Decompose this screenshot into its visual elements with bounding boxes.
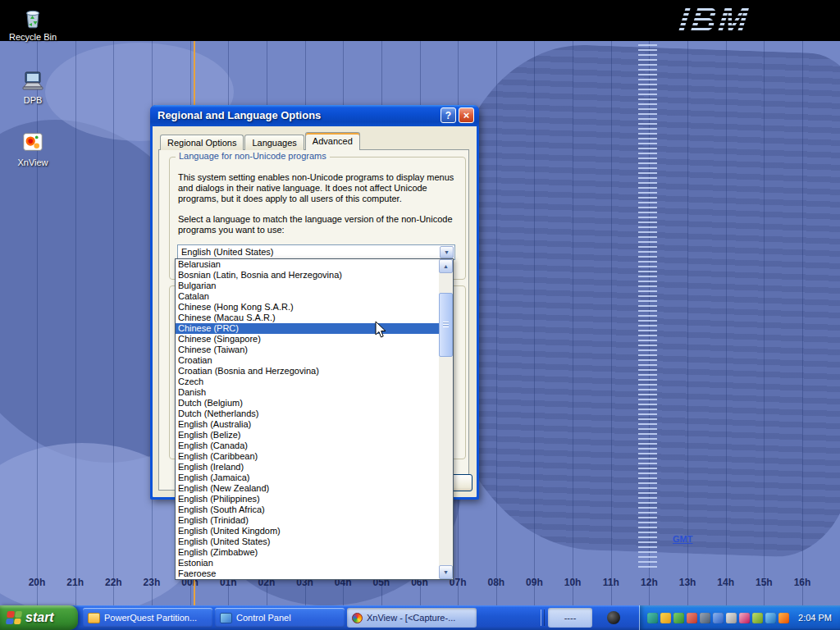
laptop-icon bbox=[19, 67, 47, 94]
tray-icon-11[interactable] bbox=[778, 613, 789, 623]
language-option[interactable]: English (Jamaica) bbox=[176, 472, 439, 483]
language-option[interactable]: English (Zimbabwe) bbox=[176, 547, 439, 558]
gmt-label: GMT bbox=[673, 534, 692, 544]
tray-icon-7[interactable] bbox=[726, 613, 737, 623]
hour-gridline bbox=[611, 41, 612, 605]
taskbar-buttons: PowerQuest Partition...Control PanelXnVi… bbox=[83, 608, 477, 628]
language-option[interactable]: English (South Africa) bbox=[176, 504, 439, 515]
taskbar-button[interactable]: XnView - [<Capture-... bbox=[347, 608, 477, 628]
tab-strip: Regional Options Languages Advanced bbox=[160, 132, 361, 150]
language-option[interactable]: English (Canada) bbox=[176, 441, 439, 451]
start-button[interactable]: start bbox=[0, 605, 78, 630]
language-option[interactable]: Catalan bbox=[176, 291, 439, 302]
xnview-icon bbox=[352, 613, 363, 623]
close-button[interactable]: × bbox=[459, 107, 474, 123]
taskbar-button-label: PowerQuest Partition... bbox=[104, 613, 197, 623]
dialog-titlebar[interactable]: Regional and Language Options ? × bbox=[150, 105, 479, 126]
group-title: Language for non-Unicode programs bbox=[176, 151, 330, 161]
language-option[interactable]: Danish bbox=[176, 387, 439, 398]
language-option[interactable]: English (Caribbean) bbox=[176, 451, 439, 462]
tab-regional-options[interactable]: Regional Options bbox=[160, 135, 244, 150]
language-option[interactable]: English (Ireland) bbox=[176, 462, 439, 472]
language-option[interactable]: Dutch (Netherlands) bbox=[176, 409, 439, 419]
language-option[interactable]: English (Philippines) bbox=[176, 494, 439, 504]
taskbar-misc-button[interactable]: ---- bbox=[548, 608, 592, 628]
language-option[interactable]: English (Trinidad) bbox=[176, 515, 439, 526]
tray-icon-1[interactable] bbox=[647, 613, 658, 623]
language-option[interactable]: Bosnian (Latin, Bosnia and Herzegovina) bbox=[176, 270, 439, 281]
language-option[interactable]: Czech bbox=[176, 377, 439, 387]
hour-label: 15h bbox=[746, 577, 781, 588]
start-button-label: start bbox=[25, 610, 54, 625]
taskbar-clock[interactable]: 2:04 PM bbox=[798, 613, 832, 623]
toolbar-grip[interactable] bbox=[541, 609, 545, 626]
tab-advanced[interactable]: Advanced bbox=[305, 132, 360, 150]
hour-label: 11h bbox=[594, 577, 628, 588]
language-option[interactable]: Chinese (Hong Kong S.A.R.) bbox=[176, 302, 439, 313]
hour-gridline bbox=[496, 41, 497, 605]
taskbar-button[interactable]: Control Panel bbox=[215, 608, 345, 628]
tray-icon-10[interactable] bbox=[765, 613, 776, 623]
cpanel-icon bbox=[220, 613, 232, 623]
desktop-icon-recycle-bin[interactable]: Recycle Bin bbox=[2, 4, 63, 42]
chevron-down-icon: ▼ bbox=[441, 247, 453, 258]
language-option[interactable]: Estonian bbox=[176, 558, 439, 568]
scroll-down-button[interactable]: ▼ bbox=[439, 565, 453, 579]
language-option[interactable]: Chinese (PRC) bbox=[176, 323, 439, 334]
language-option[interactable]: Chinese (Singapore) bbox=[176, 334, 439, 345]
language-option-list: BelarusianBosnian (Latin, Bosnia and Her… bbox=[176, 259, 439, 579]
tab-languages[interactable]: Languages bbox=[244, 135, 304, 150]
tray-icon-4[interactable] bbox=[687, 613, 697, 623]
taskbar-button[interactable]: PowerQuest Partition... bbox=[83, 608, 212, 628]
taskbar-button-label: Control Panel bbox=[236, 613, 291, 623]
tray-icon-5[interactable] bbox=[700, 613, 710, 623]
hour-label: 21h bbox=[58, 577, 93, 588]
language-option[interactable]: Croatian (Bosnia and Herzegovina) bbox=[176, 366, 439, 377]
combobox-dropdown-button[interactable]: ▼ bbox=[440, 246, 454, 258]
toolbar-icon[interactable] bbox=[607, 611, 620, 624]
tray-icon-3[interactable] bbox=[673, 613, 684, 623]
language-option[interactable]: Chinese (Taiwan) bbox=[176, 345, 439, 355]
scrollbar-thumb[interactable] bbox=[439, 293, 453, 357]
language-option[interactable]: English (New Zealand) bbox=[176, 483, 439, 494]
group-description: This system setting enables non-Unicode … bbox=[178, 172, 455, 204]
desktop-icon-label: XnView bbox=[2, 158, 63, 167]
xnview-icon bbox=[19, 130, 47, 156]
tray-icon-2[interactable] bbox=[660, 613, 671, 623]
language-option[interactable]: Chinese (Macau S.A.R.) bbox=[176, 313, 439, 323]
language-option[interactable]: English (Belize) bbox=[176, 430, 439, 441]
hour-label: 10h bbox=[555, 577, 590, 588]
taskbar-button-label: XnView - [<Capture-... bbox=[367, 613, 455, 623]
scroll-up-button[interactable]: ▲ bbox=[439, 259, 453, 273]
language-option[interactable]: Croatian bbox=[176, 355, 439, 366]
desktop-icon-xnview[interactable]: XnView bbox=[2, 130, 63, 167]
hour-gridline bbox=[534, 41, 535, 605]
hour-label: 23h bbox=[135, 577, 169, 588]
ibm-logo: IBM bbox=[677, 0, 796, 41]
language-option[interactable]: Bulgarian bbox=[176, 281, 439, 291]
language-option[interactable]: Belarusian bbox=[176, 259, 439, 270]
hour-label: 22h bbox=[96, 577, 130, 588]
language-option[interactable]: Faeroese bbox=[176, 568, 439, 579]
hour-gridline bbox=[726, 41, 727, 605]
hour-label: 16h bbox=[785, 577, 819, 588]
language-option[interactable]: English (United States) bbox=[176, 536, 439, 547]
tray-icon-8[interactable] bbox=[739, 613, 750, 623]
hour-label: 14h bbox=[709, 577, 743, 588]
hour-label: 08h bbox=[479, 577, 514, 588]
language-listbox: BelarusianBosnian (Latin, Bosnia and Her… bbox=[175, 258, 454, 580]
quick-launch-segment bbox=[599, 607, 628, 628]
help-button[interactable]: ? bbox=[441, 107, 456, 123]
language-option[interactable]: English (United Kingdom) bbox=[176, 526, 439, 536]
language-option[interactable]: Dutch (Belgium) bbox=[176, 398, 439, 409]
recycle-bin-icon bbox=[19, 4, 47, 30]
listbox-scrollbar[interactable]: ▲ ▼ bbox=[439, 259, 453, 579]
desktop-icon-dpb[interactable]: DPB bbox=[2, 67, 63, 105]
hour-gridline bbox=[687, 41, 688, 605]
tray-icon-9[interactable] bbox=[752, 613, 763, 623]
desktop-icon-label: DPB bbox=[2, 95, 63, 105]
tray-icon-6[interactable] bbox=[713, 613, 724, 623]
folder-icon bbox=[88, 613, 100, 623]
hour-gridline bbox=[573, 41, 573, 605]
language-option[interactable]: English (Australia) bbox=[176, 419, 439, 430]
